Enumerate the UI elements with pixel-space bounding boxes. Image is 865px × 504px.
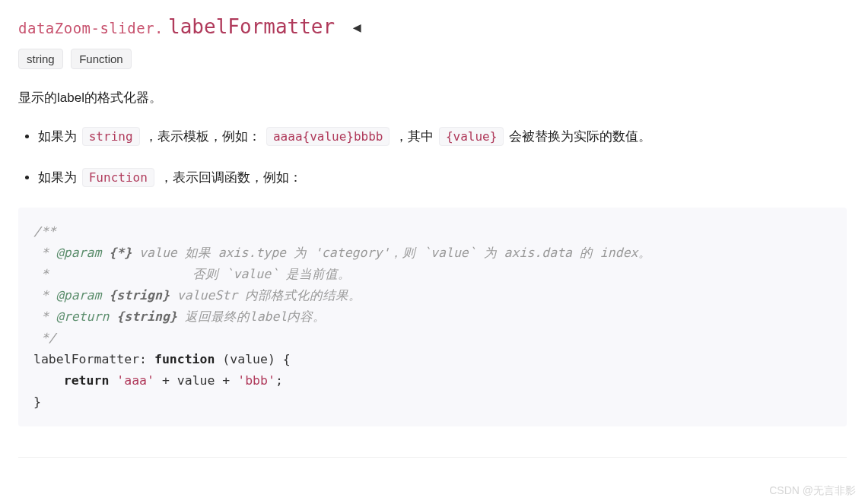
jsdoc-tag: @param: [56, 288, 102, 303]
heading-name: labelFormatter: [168, 15, 335, 38]
code-keyword: function: [154, 352, 215, 366]
list-item: 如果为 string ，表示模板，例如： aaaa{value}bbbb ，其中…: [38, 125, 847, 149]
property-heading: dataZoom-slider.labelFormatter ◀: [18, 15, 847, 38]
code-text: + value +: [154, 373, 237, 388]
code-string: 'bbb': [237, 373, 275, 388]
code-text: *: [33, 288, 56, 303]
code-text: valueStr 内部格式化的结果。: [170, 288, 361, 303]
text: ，其中: [391, 129, 437, 144]
heading-prefix: dataZoom-slider.: [18, 20, 164, 36]
code-text: [109, 373, 116, 388]
code-string: 'aaa': [116, 373, 154, 388]
type-badge-string: string: [18, 49, 63, 69]
code-keyword: return: [64, 373, 110, 388]
code-line: /**: [33, 224, 56, 239]
code-text: [33, 373, 64, 388]
code-text: (value) {: [215, 352, 290, 366]
code-text: ;: [275, 373, 283, 388]
jsdoc-type: {strign}: [101, 288, 169, 303]
jsdoc-tag: @param: [56, 246, 102, 260]
text: ，表示模板，例如：: [142, 129, 265, 144]
divider: [18, 457, 847, 458]
text: 如果为: [38, 170, 81, 185]
code-text: labelFormatter:: [33, 352, 154, 366]
inline-code: string: [82, 127, 140, 146]
inline-code: aaaa{value}bbbb: [266, 127, 390, 146]
description-text: 显示的label的格式化器。: [18, 89, 847, 106]
text: 如果为: [38, 129, 81, 144]
collapse-left-icon[interactable]: ◀: [353, 19, 361, 35]
type-badge-function: Function: [71, 49, 132, 69]
code-line: * 否则 `value` 是当前值。: [33, 267, 351, 281]
jsdoc-tag: @return: [56, 309, 110, 324]
bullet-list: 如果为 string ，表示模板，例如： aaaa{value}bbbb ，其中…: [18, 125, 847, 191]
jsdoc-type: {string}: [109, 309, 176, 324]
code-text: 返回最终的label内容。: [177, 309, 326, 324]
inline-code: Function: [82, 168, 154, 187]
code-line: }: [33, 395, 41, 409]
list-item: 如果为 Function ，表示回调函数，例如：: [38, 166, 847, 190]
jsdoc-type: {*}: [101, 246, 132, 260]
code-text: *: [33, 246, 56, 260]
code-text: value 如果 axis.type 为 'category'，则 `value…: [132, 246, 650, 260]
text: ，表示回调函数，例如：: [156, 170, 302, 185]
code-line: */: [33, 331, 56, 345]
text: 会被替换为实际的数值。: [505, 129, 651, 144]
inline-code: {value}: [439, 127, 504, 146]
code-block: /** * @param {*} value 如果 axis.type 为 'c…: [18, 208, 847, 426]
code-text: *: [33, 309, 56, 324]
type-badges: string Function: [18, 49, 847, 69]
